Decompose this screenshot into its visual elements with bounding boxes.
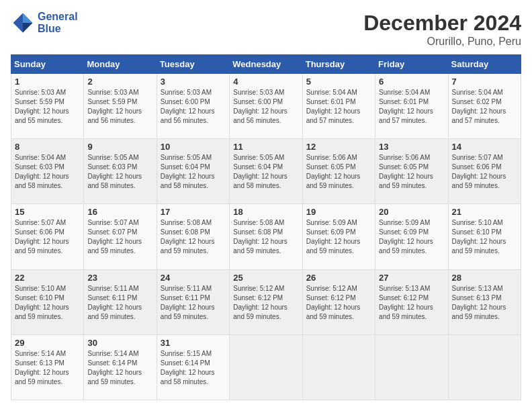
day-info: Sunrise: 5:06 AM Sunset: 6:05 PM Dayligh… xyxy=(379,153,444,191)
day-info: Sunrise: 5:10 AM Sunset: 6:10 PM Dayligh… xyxy=(15,284,80,322)
calendar-cell: 14Sunrise: 5:07 AM Sunset: 6:06 PM Dayli… xyxy=(448,139,521,204)
day-info: Sunrise: 5:09 AM Sunset: 6:09 PM Dayligh… xyxy=(379,218,444,256)
calendar-cell: 8Sunrise: 5:04 AM Sunset: 6:03 PM Daylig… xyxy=(11,139,84,204)
svg-marker-2 xyxy=(23,23,32,32)
day-info: Sunrise: 5:07 AM Sunset: 6:07 PM Dayligh… xyxy=(87,218,152,256)
day-info: Sunrise: 5:08 AM Sunset: 6:08 PM Dayligh… xyxy=(233,218,298,256)
calendar-title: December 2024 xyxy=(363,11,521,36)
day-number: 9 xyxy=(87,142,152,152)
day-number: 6 xyxy=(379,77,444,87)
calendar-week-row: 22Sunrise: 5:10 AM Sunset: 6:10 PM Dayli… xyxy=(11,269,521,334)
calendar-cell: 3Sunrise: 5:03 AM Sunset: 6:00 PM Daylig… xyxy=(157,74,229,139)
calendar-cell: 2Sunrise: 5:03 AM Sunset: 5:59 PM Daylig… xyxy=(84,74,157,139)
calendar-cell xyxy=(448,334,521,400)
day-info: Sunrise: 5:04 AM Sunset: 6:01 PM Dayligh… xyxy=(306,88,371,126)
calendar-cell: 20Sunrise: 5:09 AM Sunset: 6:09 PM Dayli… xyxy=(375,204,448,269)
calendar-week-row: 29Sunrise: 5:14 AM Sunset: 6:13 PM Dayli… xyxy=(11,334,521,400)
day-number: 4 xyxy=(233,77,298,87)
day-info: Sunrise: 5:07 AM Sunset: 6:06 PM Dayligh… xyxy=(452,153,517,191)
calendar-week-row: 8Sunrise: 5:04 AM Sunset: 6:03 PM Daylig… xyxy=(11,139,521,204)
calendar-cell: 24Sunrise: 5:11 AM Sunset: 6:11 PM Dayli… xyxy=(157,269,229,334)
day-number: 21 xyxy=(452,207,517,217)
calendar-cell: 11Sunrise: 5:05 AM Sunset: 6:04 PM Dayli… xyxy=(230,139,302,204)
calendar-cell: 22Sunrise: 5:10 AM Sunset: 6:10 PM Dayli… xyxy=(11,269,84,334)
calendar-subtitle: Orurillo, Puno, Peru xyxy=(363,36,521,48)
weekday-header-sunday: Sunday xyxy=(11,55,84,74)
calendar-cell: 26Sunrise: 5:12 AM Sunset: 6:12 PM Dayli… xyxy=(302,269,375,334)
day-number: 27 xyxy=(379,273,444,283)
calendar-page: General Blue December 2024 Orurillo, Pun… xyxy=(0,0,532,411)
day-number: 31 xyxy=(161,338,226,348)
day-number: 8 xyxy=(15,142,80,152)
day-info: Sunrise: 5:03 AM Sunset: 6:00 PM Dayligh… xyxy=(161,88,226,126)
day-info: Sunrise: 5:03 AM Sunset: 6:00 PM Dayligh… xyxy=(233,88,298,126)
calendar-cell: 23Sunrise: 5:11 AM Sunset: 6:11 PM Dayli… xyxy=(84,269,157,334)
day-info: Sunrise: 5:07 AM Sunset: 6:06 PM Dayligh… xyxy=(15,218,80,256)
calendar-week-row: 1Sunrise: 5:03 AM Sunset: 5:59 PM Daylig… xyxy=(11,74,521,139)
calendar-cell: 12Sunrise: 5:06 AM Sunset: 6:05 PM Dayli… xyxy=(302,139,375,204)
day-number: 2 xyxy=(87,77,152,87)
day-number: 17 xyxy=(161,207,226,217)
day-info: Sunrise: 5:04 AM Sunset: 6:03 PM Dayligh… xyxy=(15,153,80,191)
calendar-cell: 7Sunrise: 5:04 AM Sunset: 6:02 PM Daylig… xyxy=(448,74,521,139)
day-number: 16 xyxy=(87,207,152,217)
weekday-header-friday: Friday xyxy=(375,55,448,74)
day-number: 24 xyxy=(161,273,226,283)
day-number: 26 xyxy=(306,273,371,283)
day-info: Sunrise: 5:12 AM Sunset: 6:12 PM Dayligh… xyxy=(233,284,298,322)
day-number: 7 xyxy=(452,77,517,87)
day-info: Sunrise: 5:05 AM Sunset: 6:03 PM Dayligh… xyxy=(87,153,152,191)
calendar-cell: 9Sunrise: 5:05 AM Sunset: 6:03 PM Daylig… xyxy=(84,139,157,204)
calendar-cell: 16Sunrise: 5:07 AM Sunset: 6:07 PM Dayli… xyxy=(84,204,157,269)
calendar-cell: 15Sunrise: 5:07 AM Sunset: 6:06 PM Dayli… xyxy=(11,204,84,269)
day-number: 18 xyxy=(233,207,298,217)
day-info: Sunrise: 5:11 AM Sunset: 6:11 PM Dayligh… xyxy=(161,284,226,322)
day-info: Sunrise: 5:12 AM Sunset: 6:12 PM Dayligh… xyxy=(306,284,371,322)
weekday-header-wednesday: Wednesday xyxy=(230,55,302,74)
calendar-cell: 25Sunrise: 5:12 AM Sunset: 6:12 PM Dayli… xyxy=(230,269,302,334)
day-number: 11 xyxy=(233,142,298,152)
calendar-cell: 27Sunrise: 5:13 AM Sunset: 6:12 PM Dayli… xyxy=(375,269,448,334)
day-info: Sunrise: 5:08 AM Sunset: 6:08 PM Dayligh… xyxy=(161,218,226,256)
logo-text: General Blue xyxy=(38,11,78,34)
calendar-table: SundayMondayTuesdayWednesdayThursdayFrid… xyxy=(11,54,521,400)
day-info: Sunrise: 5:14 AM Sunset: 6:13 PM Dayligh… xyxy=(15,349,80,387)
day-number: 23 xyxy=(87,273,152,283)
calendar-week-row: 15Sunrise: 5:07 AM Sunset: 6:06 PM Dayli… xyxy=(11,204,521,269)
calendar-cell xyxy=(302,334,375,400)
weekday-header-monday: Monday xyxy=(84,55,157,74)
day-number: 30 xyxy=(87,338,152,348)
day-number: 15 xyxy=(15,207,80,217)
day-info: Sunrise: 5:13 AM Sunset: 6:13 PM Dayligh… xyxy=(452,284,517,322)
day-number: 13 xyxy=(379,142,444,152)
day-number: 1 xyxy=(15,77,80,87)
calendar-cell: 31Sunrise: 5:15 AM Sunset: 6:14 PM Dayli… xyxy=(157,334,229,400)
day-number: 19 xyxy=(306,207,371,217)
calendar-cell: 29Sunrise: 5:14 AM Sunset: 6:13 PM Dayli… xyxy=(11,334,84,400)
day-number: 20 xyxy=(379,207,444,217)
calendar-cell: 10Sunrise: 5:05 AM Sunset: 6:04 PM Dayli… xyxy=(157,139,229,204)
day-number: 14 xyxy=(452,142,517,152)
day-info: Sunrise: 5:05 AM Sunset: 6:04 PM Dayligh… xyxy=(161,153,226,191)
svg-marker-1 xyxy=(23,13,32,23)
day-number: 22 xyxy=(15,273,80,283)
day-info: Sunrise: 5:03 AM Sunset: 5:59 PM Dayligh… xyxy=(87,88,152,126)
calendar-cell xyxy=(230,334,302,400)
day-info: Sunrise: 5:03 AM Sunset: 5:59 PM Dayligh… xyxy=(15,88,80,126)
calendar-cell: 21Sunrise: 5:10 AM Sunset: 6:10 PM Dayli… xyxy=(448,204,521,269)
day-info: Sunrise: 5:13 AM Sunset: 6:12 PM Dayligh… xyxy=(379,284,444,322)
day-number: 29 xyxy=(15,338,80,348)
day-info: Sunrise: 5:15 AM Sunset: 6:14 PM Dayligh… xyxy=(161,349,226,387)
calendar-cell: 13Sunrise: 5:06 AM Sunset: 6:05 PM Dayli… xyxy=(375,139,448,204)
day-info: Sunrise: 5:09 AM Sunset: 6:09 PM Dayligh… xyxy=(306,218,371,256)
calendar-cell: 5Sunrise: 5:04 AM Sunset: 6:01 PM Daylig… xyxy=(302,74,375,139)
day-number: 5 xyxy=(306,77,371,87)
day-info: Sunrise: 5:04 AM Sunset: 6:01 PM Dayligh… xyxy=(379,88,444,126)
day-number: 10 xyxy=(161,142,226,152)
calendar-cell: 4Sunrise: 5:03 AM Sunset: 6:00 PM Daylig… xyxy=(230,74,302,139)
day-number: 3 xyxy=(161,77,226,87)
day-info: Sunrise: 5:11 AM Sunset: 6:11 PM Dayligh… xyxy=(87,284,152,322)
day-info: Sunrise: 5:06 AM Sunset: 6:05 PM Dayligh… xyxy=(306,153,371,191)
calendar-cell: 19Sunrise: 5:09 AM Sunset: 6:09 PM Dayli… xyxy=(302,204,375,269)
calendar-cell: 18Sunrise: 5:08 AM Sunset: 6:08 PM Dayli… xyxy=(230,204,302,269)
